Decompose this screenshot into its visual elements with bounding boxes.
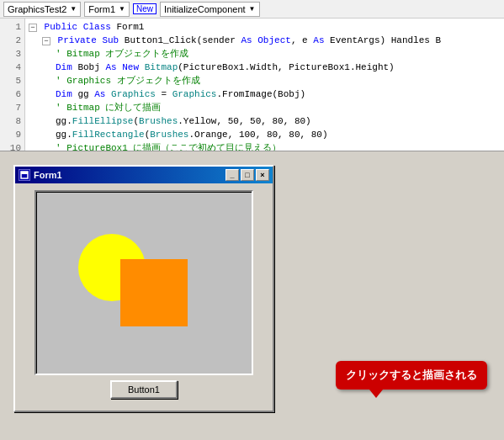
code-line-7: ' Bitmap に対して描画 [29,101,501,114]
project-dropdown[interactable]: GraphicsTest2 ▼ [3,2,81,17]
maximize-button[interactable]: □ [241,169,254,181]
line-num-3: 3 [0,47,24,61]
title-left: Form1 [19,169,62,181]
collapse-icon-1[interactable]: − [29,24,37,32]
title-buttons: _ □ × [225,169,269,181]
line-num-10: 10 [0,141,24,151]
form-body: Button1 [15,183,273,411]
line-num-4: 4 [0,61,24,74]
close-button[interactable]: × [256,169,269,181]
editor-toolbar: GraphicsTest2 ▼ Form1 ▼ New InitializeCo… [0,0,504,19]
method-dropdown[interactable]: InitializeComponent ▼ [160,2,260,17]
form-preview-area: Form1 _ □ × Button1 クリックすると描画される [0,151,504,440]
form-dropdown[interactable]: Form1 ▼ [84,2,130,17]
form-window-icon [19,169,30,181]
orange-rectangle [120,259,188,326]
line-numbers: 1 2 3 4 5 6 7 8 9 10 11 12 13 [0,19,25,151]
new-badge: New [133,3,157,14]
dropdown-arrow2: ▼ [119,5,125,13]
dropdown-arrow3: ▼ [249,5,256,13]
code-line-9: gg.FillRectangle(Brushes.Orange, 100, 80… [29,128,501,141]
svg-rect-1 [21,172,28,174]
line-num-8: 8 [0,114,24,128]
form-name: Form1 [88,4,115,14]
form-titlebar: Form1 _ □ × [15,167,273,183]
code-line-8: gg.FillEllipse(Brushes.Yellow, 50, 50, 8… [29,114,501,128]
code-line-5: ' Graphics オブジェクトを作成 [29,74,501,87]
line-num-6: 6 [0,87,24,101]
line-num-7: 7 [0,101,24,114]
project-name: GraphicsTest2 [8,4,66,14]
code-editor: GraphicsTest2 ▼ Form1 ▼ New InitializeCo… [0,0,504,151]
line-num-2: 2 [0,34,24,47]
picturebox1 [34,190,253,375]
code-line-2: − Private Sub Button1_Click(sender As Ob… [29,34,501,47]
button1[interactable]: Button1 [110,380,178,399]
form-title: Form1 [34,170,62,180]
line-num-1: 1 [0,20,24,34]
editor-content: 1 2 3 4 5 6 7 8 9 10 11 12 13 − Public C… [0,19,504,151]
tooltip-balloon: クリックすると描画される [336,361,487,390]
line-num-5: 5 [0,74,24,87]
dropdown-arrow: ▼ [70,5,77,13]
code-line-1: − Public Class Form1 [29,20,501,34]
collapse-icon-2[interactable]: − [42,37,50,45]
code-line-4: Dim Bobj As New Bitmap(PictureBox1.Width… [29,61,501,74]
tooltip-text: クリックすると描画される [346,368,477,381]
code-line-3: ' Bitmap オブジェクトを作成 [29,47,501,61]
code-line-10: ' PictureBox1 に描画（ここで初めて目に見える） [29,141,501,151]
minimize-button[interactable]: _ [225,169,239,181]
line-num-9: 9 [0,128,24,141]
code-line-6: Dim gg As Graphics = Graphics.FromImage(… [29,87,501,101]
method-name: InitializeComponent [164,4,246,14]
form-window: Form1 _ □ × Button1 [13,165,274,412]
code-lines: − Public Class Form1 − Private Sub Butto… [25,19,504,151]
